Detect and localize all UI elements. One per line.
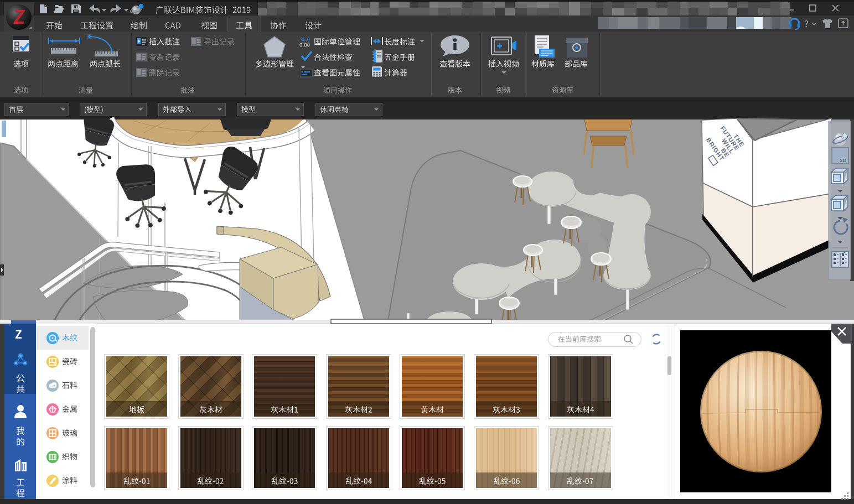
svg-text:2D: 2D xyxy=(840,158,846,163)
